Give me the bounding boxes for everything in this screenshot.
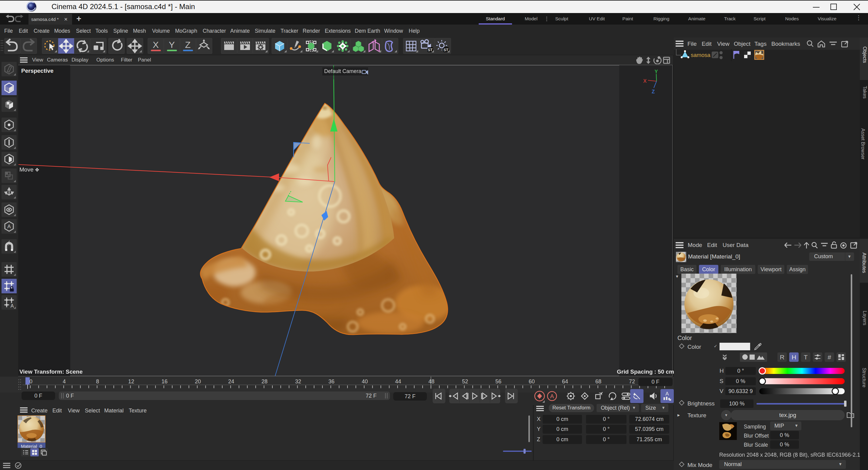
svg-text:48: 48: [428, 378, 434, 384]
svg-text:60: 60: [529, 378, 535, 384]
svg-text:4: 4: [63, 378, 66, 384]
svg-text:12: 12: [128, 378, 134, 384]
svg-text:16: 16: [161, 378, 167, 384]
svg-text:Material_0: Material_0: [21, 444, 42, 448]
svg-text:64: 64: [562, 378, 568, 384]
svg-text:28: 28: [261, 378, 268, 384]
svg-text:samosa: samosa: [691, 52, 710, 58]
svg-text:A: A: [7, 224, 11, 229]
svg-text:A: A: [665, 391, 669, 397]
svg-text:68: 68: [595, 378, 601, 384]
svg-text:52: 52: [462, 378, 468, 384]
svg-text:32: 32: [295, 378, 301, 384]
svg-text:Z: Z: [652, 89, 655, 95]
svg-text:36: 36: [329, 378, 335, 384]
svg-text:Y: Y: [654, 69, 658, 74]
svg-text:X: X: [643, 78, 647, 84]
svg-text:ST: ST: [428, 48, 433, 52]
svg-text:72: 72: [629, 378, 635, 384]
svg-text:A: A: [550, 393, 554, 399]
svg-text:Y: Y: [169, 40, 175, 50]
svg-text:8: 8: [96, 378, 99, 384]
svg-text:56: 56: [495, 378, 501, 384]
svg-text:Z: Z: [185, 40, 191, 50]
svg-text:24: 24: [228, 378, 234, 384]
svg-text:20: 20: [195, 378, 201, 384]
svg-text:40: 40: [362, 378, 368, 384]
svg-text:ST: ST: [443, 48, 448, 52]
svg-text:A: A: [10, 303, 14, 309]
svg-text:X: X: [153, 40, 159, 50]
svg-text:44: 44: [395, 378, 401, 384]
svg-text:0: 0: [29, 378, 32, 384]
